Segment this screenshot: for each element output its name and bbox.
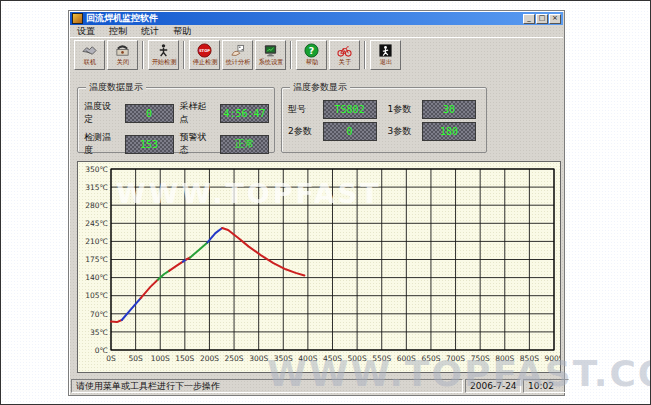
exit-icon bbox=[378, 43, 393, 58]
x-tick-label: 150S bbox=[175, 354, 194, 363]
page-background: 回流焊机监控软件 _□× 设置控制统计帮助 联机关闭开始检测STOP停止检测统计… bbox=[0, 0, 651, 405]
window-controls: _□× bbox=[523, 14, 561, 24]
x-tick-label: 450S bbox=[323, 354, 342, 363]
x-tick-label: 100S bbox=[151, 354, 170, 363]
connect-button[interactable]: 联机 bbox=[74, 40, 105, 70]
menu-help[interactable]: 帮助 bbox=[166, 25, 198, 38]
toolbar-separator bbox=[183, 41, 185, 69]
status-time: 10:02 bbox=[523, 379, 569, 393]
exit-button[interactable]: 退出 bbox=[370, 40, 401, 70]
field-label: 检测温度 bbox=[84, 131, 119, 157]
temp-params-panel: 温度参数显示 型号TS8021参数302参数03参数180 bbox=[281, 87, 487, 153]
temp-data-panel: 温度数据显示 温度设定0采样起点4:56:47检测温度153预警状态正常 bbox=[77, 87, 275, 153]
x-tick-label: 50S bbox=[128, 354, 143, 363]
title-bar: 回流焊机监控软件 _□× bbox=[70, 12, 563, 25]
menu-bar: 设置控制统计帮助 bbox=[70, 25, 563, 37]
x-tick-label: 800S bbox=[495, 354, 514, 363]
chart-canvas: 0S50S100S150S200S250S300S350S400S450S500… bbox=[78, 162, 560, 372]
menu-control[interactable]: 控制 bbox=[102, 25, 134, 38]
y-tick-label: 210℃ bbox=[85, 237, 108, 246]
y-tick-label: 105℃ bbox=[85, 291, 108, 300]
led-display: 正常 bbox=[220, 135, 269, 154]
toolbar-button-label: 关于 bbox=[338, 59, 350, 65]
field-label: 1参数 bbox=[387, 103, 416, 116]
x-tick-label: 200S bbox=[200, 354, 219, 363]
led-display: 4:56:47 bbox=[220, 104, 269, 123]
toolbar: 联机关闭开始检测STOP停止检测统计分析系统设置?帮助关于退出 bbox=[70, 37, 563, 71]
svg-text:?: ? bbox=[309, 45, 314, 56]
led-display: 153 bbox=[125, 135, 174, 154]
x-tick-label: 500S bbox=[348, 354, 367, 363]
field-label: 型号 bbox=[288, 103, 317, 116]
y-tick-label: 0℃ bbox=[95, 346, 108, 355]
x-tick-label: 700S bbox=[446, 354, 465, 363]
field-label: 2参数 bbox=[288, 125, 317, 138]
led-display: 0 bbox=[125, 104, 174, 123]
svg-text:STOP: STOP bbox=[199, 49, 210, 53]
y-tick-label: 350℃ bbox=[85, 165, 108, 174]
curve-segment bbox=[158, 271, 169, 280]
toolbar-button-label: 联机 bbox=[83, 59, 95, 65]
minimize-button[interactable]: _ bbox=[523, 14, 535, 24]
field-label: 温度设定 bbox=[84, 100, 119, 126]
handshake-icon bbox=[82, 43, 97, 58]
curve-segment bbox=[111, 320, 122, 322]
status-message: 请使用菜单或工具栏进行下一步操作 bbox=[71, 379, 463, 393]
about-button[interactable]: 关于 bbox=[329, 40, 360, 70]
person-icon bbox=[156, 43, 171, 58]
x-tick-label: 400S bbox=[298, 354, 317, 363]
x-tick-label: 650S bbox=[421, 354, 440, 363]
curve-segment bbox=[222, 228, 304, 276]
temperature-profile-chart: 0S50S100S150S200S250S300S350S400S450S500… bbox=[77, 161, 561, 373]
y-tick-label: 280℃ bbox=[85, 201, 108, 210]
toolbar-button-label: 系统设置 bbox=[258, 59, 283, 65]
led-display: 30 bbox=[422, 100, 476, 119]
led-display: 0 bbox=[323, 122, 377, 141]
close-button[interactable]: × bbox=[549, 14, 561, 24]
temp-data-fields: 温度设定0采样起点4:56:47检测温度153预警状态正常 bbox=[78, 88, 274, 161]
curve-segment bbox=[122, 298, 141, 320]
app-window: 回流焊机监控软件 _□× 设置控制统计帮助 联机关闭开始检测STOP停止检测统计… bbox=[68, 10, 565, 396]
system-settings-button[interactable]: 系统设置 bbox=[255, 40, 286, 70]
stats-analysis-button[interactable]: 统计分析 bbox=[222, 40, 253, 70]
toolbar-button-label: 开始检测 bbox=[151, 59, 176, 65]
x-tick-label: 750S bbox=[471, 354, 490, 363]
menu-settings[interactable]: 设置 bbox=[70, 25, 102, 38]
x-tick-label: 600S bbox=[397, 354, 416, 363]
led-display: 180 bbox=[422, 122, 476, 141]
help-icon: ? bbox=[304, 43, 319, 58]
temperature-curve bbox=[111, 228, 304, 322]
x-tick-label: 250S bbox=[225, 354, 244, 363]
x-tick-label: 550S bbox=[372, 354, 391, 363]
stop-icon: STOP bbox=[197, 43, 212, 58]
y-tick-label: 175℃ bbox=[85, 255, 108, 264]
stop-detect-button[interactable]: STOP停止检测 bbox=[189, 40, 220, 70]
grid-lines bbox=[111, 169, 554, 350]
curve-segment bbox=[190, 242, 207, 257]
y-tick-label: 140℃ bbox=[85, 273, 108, 282]
help-button[interactable]: ?帮助 bbox=[296, 40, 327, 70]
monitor-icon bbox=[263, 43, 278, 58]
toolbar-button-label: 退出 bbox=[379, 59, 391, 65]
start-detect-button[interactable]: 开始检测 bbox=[148, 40, 179, 70]
toolbar-separator bbox=[290, 41, 292, 69]
curve-segment bbox=[169, 262, 183, 271]
hand-dice-icon bbox=[230, 43, 245, 58]
y-tick-label: 35℃ bbox=[90, 328, 108, 337]
toolbar-button-label: 停止检测 bbox=[192, 59, 217, 65]
app-icon bbox=[72, 13, 83, 24]
close-link-button[interactable]: 关闭 bbox=[107, 40, 138, 70]
field-label: 采样起点 bbox=[180, 100, 215, 126]
temp-params-panel-title: 温度参数显示 bbox=[290, 82, 350, 92]
toolbar-button-label: 关闭 bbox=[116, 59, 128, 65]
menu-statistics[interactable]: 统计 bbox=[134, 25, 166, 38]
status-date: 2006-7-24 bbox=[465, 379, 521, 393]
toolbar-button-label: 统计分析 bbox=[225, 59, 250, 65]
x-tick-label: 0S bbox=[106, 354, 116, 363]
maximize-button[interactable]: □ bbox=[536, 14, 548, 24]
bicycle-icon bbox=[337, 43, 352, 58]
y-tick-label: 245℃ bbox=[85, 219, 108, 228]
field-label: 3参数 bbox=[387, 125, 416, 138]
y-tick-label: 70℃ bbox=[90, 310, 108, 319]
toolbar-separator bbox=[142, 41, 144, 69]
